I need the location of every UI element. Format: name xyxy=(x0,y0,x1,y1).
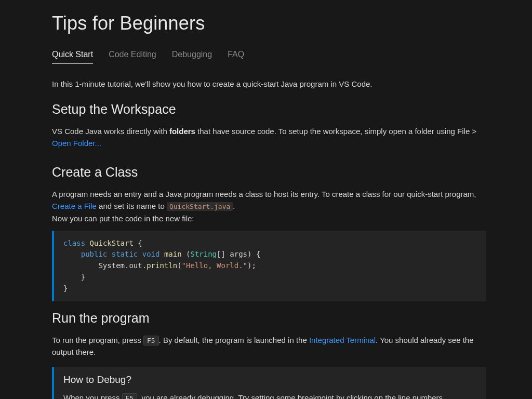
code-string: "Hello, World." xyxy=(182,261,247,270)
code-text: System.out. xyxy=(98,261,147,270)
page-title: Tips for Beginners xyxy=(52,12,486,34)
tips-page: Tips for Beginners Quick Start Code Edit… xyxy=(0,0,532,399)
code-text: } xyxy=(63,284,68,292)
code-keyword: public static void xyxy=(81,250,160,258)
code-block: class QuickStart { public static void ma… xyxy=(52,231,486,301)
code-text: { xyxy=(134,239,142,247)
text: A program needs an entry and a Java prog… xyxy=(52,190,476,198)
text: . By default, the program is launched in… xyxy=(159,336,309,344)
code-text: [] args) { xyxy=(217,250,260,258)
key-f5: F5 xyxy=(143,336,159,345)
text: To run the program, press xyxy=(52,336,143,344)
code-text: ( xyxy=(182,250,191,258)
content-area: Tips for Beginners Quick Start Code Edit… xyxy=(0,0,532,399)
key-f5: F5 xyxy=(122,393,138,399)
debug-callout: How to Debug? When you press F5, you are… xyxy=(52,367,486,399)
code-keyword: class xyxy=(63,239,85,247)
tabs: Quick Start Code Editing Debugging FAQ xyxy=(52,48,486,64)
code-fn: println xyxy=(147,261,177,270)
section-run-body: To run the program, press F5. By default… xyxy=(52,334,486,358)
text: and set its name to xyxy=(97,202,167,210)
section-create-class-heading: Create a Class xyxy=(52,165,486,180)
section-setup-heading: Setup the Workspace xyxy=(52,102,486,117)
tab-debugging[interactable]: Debugging xyxy=(172,48,212,64)
tab-code-editing[interactable]: Code Editing xyxy=(109,48,156,64)
integrated-terminal-link[interactable]: Integrated Terminal xyxy=(309,336,376,344)
text: that have source code. To setup the work… xyxy=(195,127,476,136)
code-text: ); xyxy=(247,261,256,270)
section-setup-body: VS Code Java works directly with folders… xyxy=(52,125,486,150)
open-folder-link[interactable]: Open Folder... xyxy=(52,139,101,148)
filename-code: QuickStart.java xyxy=(167,202,233,211)
section-run-heading: Run the program xyxy=(52,311,486,326)
code-text: ( xyxy=(177,261,181,270)
text: , you are already debugging. Try setting… xyxy=(137,393,443,399)
callout-heading: How to Debug? xyxy=(63,374,477,385)
callout-body: When you press F5, you are already debug… xyxy=(63,392,477,399)
tab-faq[interactable]: FAQ xyxy=(228,48,244,64)
text: . xyxy=(233,202,235,210)
code-text: } xyxy=(63,273,85,281)
create-file-link[interactable]: Create a File xyxy=(52,202,97,210)
intro-text: In this 1-minute tutorial, we'll show yo… xyxy=(52,78,486,90)
text: Now you can put the code in the new file… xyxy=(52,214,194,223)
code-type: String xyxy=(190,250,217,258)
section-create-class-body: A program needs an entry and a Java prog… xyxy=(52,188,486,224)
code-classname: QuickStart xyxy=(90,239,134,247)
bold-folders: folders xyxy=(169,127,195,136)
text: When you press xyxy=(63,393,122,399)
code-fn: main xyxy=(164,250,182,258)
text: VS Code Java works directly with xyxy=(52,127,169,136)
tab-quick-start[interactable]: Quick Start xyxy=(52,48,93,64)
